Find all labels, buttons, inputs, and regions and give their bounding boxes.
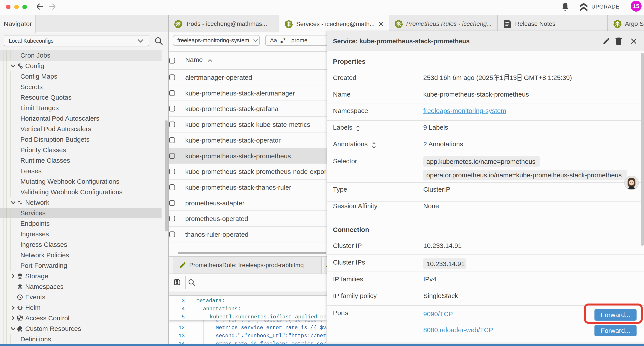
svg-text:*: * (283, 38, 286, 44)
